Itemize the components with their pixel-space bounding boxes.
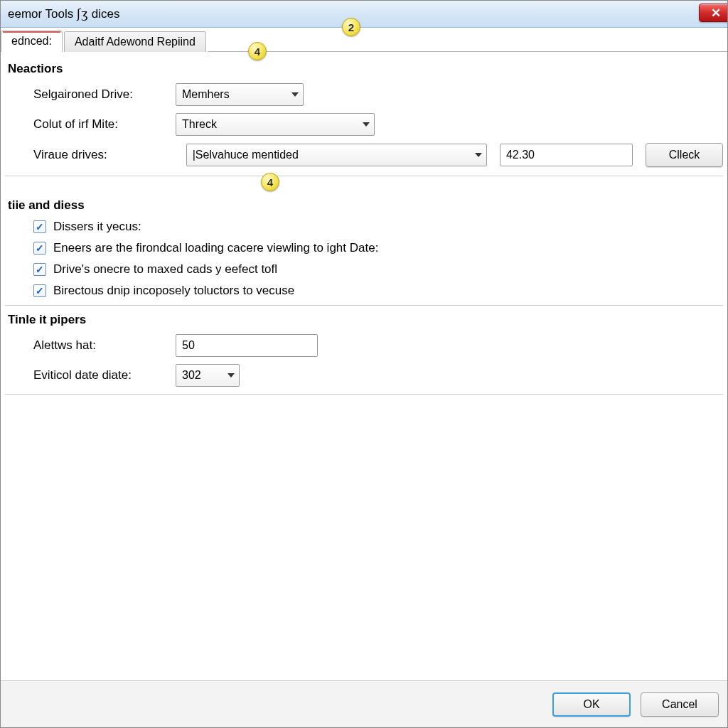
close-icon: ✕ xyxy=(711,7,721,19)
label-selgaironed-drive: Selgaironed Drive: xyxy=(5,87,176,102)
check-label: Birectous dnip incoposely toluctors to v… xyxy=(53,284,294,298)
check-row-2: ✓ Drive's onecre to maxed cads y eefect … xyxy=(33,262,723,277)
row-alettws: Alettws hat: 50 xyxy=(5,334,723,357)
select-eviticol[interactable]: 302 xyxy=(176,364,240,387)
row-viraue: Viraue drives: |Selvahuce mentided 42.30… xyxy=(5,143,723,167)
checkbox-dissers[interactable]: ✓ xyxy=(33,220,46,233)
section-tinle-title: Tinle it pipers xyxy=(8,313,723,327)
select-viraue[interactable]: |Selvahuce mentided xyxy=(186,144,487,166)
input-alettws[interactable]: 50 xyxy=(176,334,318,357)
input-viraue-number[interactable]: 42.30 xyxy=(500,144,633,166)
label-eviticol: Eviticol date diate: xyxy=(5,368,176,382)
checkbox-eneers[interactable]: ✓ xyxy=(33,242,46,255)
callout-badge: 4 xyxy=(261,173,279,191)
check-row-0: ✓ Dissers it yecus: xyxy=(33,220,723,234)
chevron-down-icon xyxy=(228,373,235,378)
label-colut: Colut of irf Mite: xyxy=(5,117,176,132)
cancel-button[interactable]: Cancel xyxy=(641,692,719,717)
label-alettws: Alettws hat: xyxy=(5,338,176,353)
check-label: Eneers are the firondcal loading cacere … xyxy=(53,241,378,255)
callout-badge: 2 xyxy=(342,18,360,36)
dialog-footer: OK Cancel xyxy=(1,680,727,727)
check-row-3: ✓ Birectous dnip incoposely toluctors to… xyxy=(33,284,723,298)
chevron-down-icon xyxy=(475,153,482,157)
check-row-1: ✓ Eneers are the firondcal loading cacer… xyxy=(33,241,723,255)
row-colut: Colut of irf Mite: Threck xyxy=(5,113,723,136)
select-colut[interactable]: Threck xyxy=(176,113,375,136)
tab-adaitf[interactable]: Adaitf Adewond Repiind xyxy=(64,31,206,53)
clleck-button[interactable]: Clleck xyxy=(646,143,723,167)
row-selgaironed-drive: Selgaironed Drive: Memhers xyxy=(5,83,723,106)
dialog-window: eemor Tools ʃʒ dices ✕ 2 ednced: Adaitf … xyxy=(0,0,728,728)
label-viraue: Viraue drives: xyxy=(5,148,173,162)
checkbox-drives[interactable]: ✓ xyxy=(33,263,46,276)
callout-badge: 4 xyxy=(248,42,267,60)
content-area: Neactiors Selgaironed Drive: Memhers Col… xyxy=(1,52,727,676)
tab-ednced[interactable]: ednced: xyxy=(1,31,63,53)
chevron-down-icon xyxy=(291,92,299,97)
row-eviticol: Eviticol date diate: 302 xyxy=(5,364,723,387)
chevron-down-icon xyxy=(363,122,370,127)
close-button[interactable]: ✕ xyxy=(699,4,728,22)
section-tiie-title: tiie and diess xyxy=(8,198,723,213)
check-label: Drive's onecre to maxed cads y eefect to… xyxy=(53,262,277,277)
window-title: eemor Tools ʃʒ dices xyxy=(8,6,723,21)
tab-strip: ednced: Adaitf Adewond Repiind xyxy=(1,28,727,52)
titlebar: eemor Tools ʃʒ dices ✕ xyxy=(1,1,727,28)
section-neactiors-title: Neactiors xyxy=(8,62,723,76)
select-selgaironed-drive[interactable]: Memhers xyxy=(176,83,304,106)
checkbox-birectous[interactable]: ✓ xyxy=(33,284,46,297)
check-label: Dissers it yecus: xyxy=(53,220,141,234)
ok-button[interactable]: OK xyxy=(552,692,631,717)
